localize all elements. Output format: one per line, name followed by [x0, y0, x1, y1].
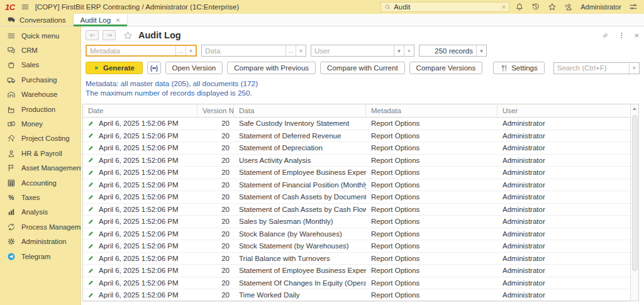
- table-search-input[interactable]: [554, 63, 629, 74]
- table-row[interactable]: April 6, 2025 1:52:06 PM20Statement Of C…: [83, 277, 630, 290]
- sidebar-item-label: Asset Management: [21, 164, 82, 172]
- favorite-star-icon[interactable]: [123, 31, 133, 40]
- tune-menu-icon[interactable]: [629, 3, 638, 11]
- sidebar-item-accounting[interactable]: Accounting: [0, 175, 80, 190]
- table-row[interactable]: April 6, 2025 1:52:06 PM20Statement of F…: [83, 179, 630, 192]
- table-row[interactable]: April 6, 2025 1:52:06 PM20Statement of E…: [83, 167, 630, 179]
- sidebar-item-money[interactable]: Money: [0, 116, 80, 131]
- sidebar-item-process-management[interactable]: Process Management: [0, 219, 80, 234]
- favorites-star-icon[interactable]: [548, 3, 557, 11]
- svg-text:%: %: [9, 194, 14, 201]
- sidebar-item-asset-management[interactable]: Asset Management: [0, 161, 80, 175]
- global-search-input[interactable]: Audit ×: [380, 2, 509, 12]
- kebab-menu-icon[interactable]: [618, 31, 626, 40]
- table-row[interactable]: April 6, 2025 1:52:06 PM20Trial Balance …: [83, 253, 630, 265]
- cell-version: 20: [197, 191, 234, 203]
- table-row[interactable]: April 6, 2025 1:52:06 PM20Sales by Sales…: [83, 216, 630, 228]
- cell-data: Statement of Employee Business Expenses …: [234, 265, 366, 277]
- metadata-select-icon[interactable]: ...: [175, 46, 186, 55]
- compare-with-current-button[interactable]: Compare with Current: [320, 62, 404, 74]
- cell-user: Administrator: [497, 130, 630, 142]
- sidebar-item-project-costing[interactable]: Project Costing: [0, 131, 80, 146]
- records-dropdown-icon[interactable]: ▾: [476, 45, 486, 56]
- compare-versions-button[interactable]: Compare Versions: [409, 62, 483, 74]
- tab-audit-log[interactable]: Audit Log ×: [74, 14, 128, 26]
- cell-metadata: Report Options: [366, 130, 497, 142]
- sidebar-item-analysis[interactable]: Analysis: [0, 205, 80, 219]
- sidebar-item-quick-menu[interactable]: Quick menu: [0, 28, 80, 43]
- sidebar-item-taxes[interactable]: %Taxes: [0, 190, 80, 204]
- table-row[interactable]: April 6, 2025 1:52:06 PM20Statement of D…: [83, 142, 630, 155]
- table-row[interactable]: April 6, 2025 1:52:06 PM20Stock Balance …: [83, 228, 630, 241]
- back-button[interactable]: [86, 30, 99, 40]
- tab-conversations-label: Conversations: [19, 16, 66, 24]
- compare-with-previous-button[interactable]: Compare with Previous: [227, 62, 316, 74]
- cell-user: Administrator: [497, 228, 630, 240]
- user-clear-icon[interactable]: ×: [404, 45, 414, 56]
- tab-conversations[interactable]: Conversations: [0, 14, 74, 26]
- column-header-data[interactable]: Data: [234, 104, 366, 117]
- table-row[interactable]: April 6, 2025 1:52:06 PM20Time Worked Da…: [83, 289, 630, 302]
- scrollbar-thumb[interactable]: [632, 115, 638, 271]
- table-search-clear-icon[interactable]: ×: [629, 63, 639, 74]
- administration-icon: [7, 237, 16, 246]
- table-row[interactable]: April 6, 2025 1:52:06 PM20Statement of E…: [83, 265, 630, 277]
- column-header-version[interactable]: Version No.: [197, 104, 234, 117]
- data-clear-icon[interactable]: ×: [296, 45, 306, 56]
- filter-summary-line1[interactable]: Metadata: all master data (205), all doc…: [86, 79, 639, 89]
- sidebar-item-administration[interactable]: Administration: [0, 234, 80, 248]
- column-header-date[interactable]: Date: [83, 104, 197, 117]
- cell-metadata: Report Options: [366, 191, 497, 203]
- cell-user: Administrator: [497, 240, 630, 252]
- pencil-icon: [87, 120, 94, 127]
- column-header-metadata[interactable]: Metadata: [366, 104, 497, 117]
- auto-refresh-button[interactable]: (••): [147, 62, 161, 74]
- cell-data: Safe Custody Inventory Statement: [234, 118, 366, 130]
- settings-button[interactable]: Settings: [493, 62, 545, 74]
- sidebar-item-sales[interactable]: Sales: [0, 58, 80, 72]
- table-row[interactable]: April 6, 2025 1:52:06 PM20Stock Statemen…: [83, 240, 630, 253]
- current-user-label[interactable]: Administrator: [580, 3, 621, 11]
- cell-version: 20: [197, 167, 234, 179]
- cell-date: April 6, 2025 1:52:06 PM: [83, 191, 197, 203]
- notifications-bell-icon[interactable]: [515, 3, 524, 11]
- cell-metadata: Report Options: [366, 228, 497, 240]
- table-row[interactable]: April 6, 2025 1:52:06 PM20Statement of C…: [83, 191, 630, 204]
- get-link-icon[interactable]: [601, 31, 609, 40]
- metadata-filter-input[interactable]: [87, 46, 175, 55]
- data-filter-input[interactable]: [202, 45, 286, 56]
- table-row[interactable]: April 6, 2025 1:52:06 PM20Safe Custody I…: [83, 118, 630, 130]
- tab-strip: Conversations Audit Log ×: [0, 14, 644, 26]
- history-icon[interactable]: [531, 3, 540, 11]
- scroll-up-icon[interactable]: [631, 104, 638, 113]
- data-select-icon[interactable]: ...: [286, 45, 296, 56]
- user-dropdown-icon[interactable]: ▾: [394, 45, 404, 56]
- table-row[interactable]: April 6, 2025 1:52:06 PM20Statement of D…: [83, 130, 630, 143]
- open-version-button[interactable]: Open Version: [165, 62, 223, 74]
- forward-button[interactable]: [103, 30, 116, 40]
- main-menu-icon[interactable]: [21, 3, 30, 11]
- generate-button[interactable]: Generate: [86, 62, 143, 74]
- records-count-select[interactable]: 250 records ▾: [419, 45, 487, 57]
- users-icon[interactable]: [564, 3, 573, 11]
- user-filter-input[interactable]: [311, 45, 394, 56]
- sidebar-item-telegram[interactable]: Telegram: [0, 249, 80, 263]
- tab-close-icon[interactable]: ×: [116, 16, 119, 24]
- cell-date: April 6, 2025 1:52:06 PM: [83, 228, 197, 240]
- table-row[interactable]: April 6, 2025 1:52:06 PM20Statement of C…: [83, 204, 630, 216]
- sidebar-item-crm[interactable]: CRM: [0, 43, 80, 57]
- close-form-icon[interactable]: ×: [634, 31, 639, 40]
- table-row[interactable]: April 6, 2025 1:52:06 PM20Users Activity…: [83, 155, 630, 167]
- sidebar-item-warehouse[interactable]: Warehouse: [0, 87, 80, 102]
- sidebar-item-hr-payroll[interactable]: HR & Payroll: [0, 146, 80, 160]
- global-search-clear-icon[interactable]: ×: [502, 3, 506, 11]
- vertical-scrollbar[interactable]: [630, 104, 638, 301]
- cell-metadata: Report Options: [366, 142, 497, 154]
- column-header-user[interactable]: User: [497, 104, 630, 117]
- cell-data: Statement of Employee Business Expenses …: [234, 167, 366, 179]
- cell-metadata: Report Options: [366, 204, 497, 216]
- accounting-icon: [7, 179, 16, 187]
- metadata-clear-icon[interactable]: ×: [186, 46, 196, 55]
- sidebar-item-production[interactable]: Production: [0, 102, 80, 116]
- sidebar-item-purchasing[interactable]: Purchasing: [0, 72, 80, 87]
